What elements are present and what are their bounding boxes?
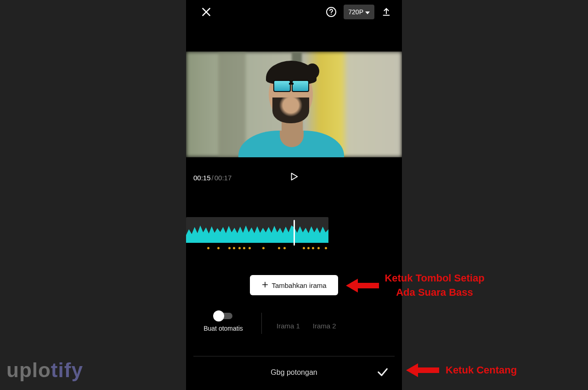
divider [193,356,395,356]
playhead[interactable] [294,220,295,246]
playback-bar: 00:15 / 00:17 [186,157,402,198]
help-icon[interactable] [325,6,337,18]
resolution-label: 720P [348,8,363,16]
add-beat-label: Tambahkan irama [271,281,326,289]
chevron-down-icon [365,8,370,16]
beat-marker [243,247,245,249]
svg-marker-6 [292,173,298,180]
beat-marker [312,247,314,249]
audio-waveform[interactable] [186,217,402,254]
beat-marker [283,247,286,249]
play-icon[interactable] [289,172,299,184]
beat-marker [317,247,320,249]
resolution-button[interactable]: 720P [344,5,374,19]
beat-marker [238,247,241,249]
beat-marker [278,247,280,249]
annotation-text-check: Ketuk Centang [446,363,517,378]
beat-marker [249,247,251,249]
close-icon[interactable] [200,6,213,18]
beat-preset-2[interactable]: Irama 2 [306,319,343,333]
beat-marker [233,247,235,249]
beat-marker [217,247,220,249]
auto-toggle[interactable] [214,313,232,319]
annotation-arrow-check [406,363,439,377]
export-icon[interactable] [381,6,392,17]
top-bar: 720P [186,0,402,24]
footer-bar: Gbg potongan [186,362,402,383]
add-beat-button[interactable]: Tambahkan irama [250,275,338,295]
beat-marker [228,247,231,249]
video-frame[interactable] [186,52,402,157]
watermark: uplotify [6,359,83,382]
beat-markers [203,246,331,251]
plus-icon [261,281,269,290]
beat-marker [325,247,327,249]
beat-marker [307,247,310,249]
editor-screen: 720P 00:15 / 00:17 [186,0,402,390]
beat-marker [262,247,265,249]
footer-title: Gbg potongan [271,368,317,377]
time-current: 00:15 [193,174,211,182]
auto-toggle-label: Buat otomatis [204,325,243,332]
beat-marker [207,247,209,249]
time-separator: / [212,174,214,182]
video-preview: 00:15 / 00:17 [186,52,402,198]
beat-preset-1[interactable]: Irama 1 [270,319,306,333]
beat-marker [303,247,305,249]
beat-controls: Buat otomatis Irama 1 Irama 2 [186,313,402,334]
svg-point-3 [331,14,332,15]
confirm-check-icon[interactable] [376,365,389,380]
time-total: 00:17 [215,174,232,182]
